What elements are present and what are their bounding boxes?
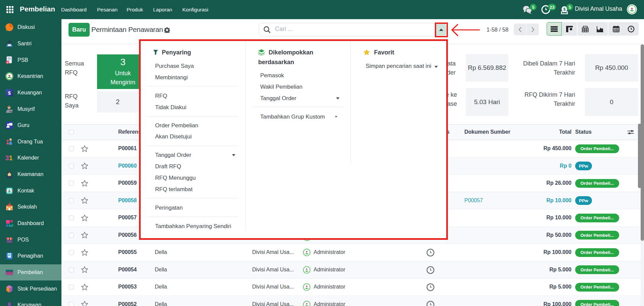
svg-text:3: 3 xyxy=(5,154,9,162)
svg-text:1: 1 xyxy=(9,154,12,162)
svg-text:$: $ xyxy=(563,7,566,12)
svg-text:$: $ xyxy=(8,90,11,95)
